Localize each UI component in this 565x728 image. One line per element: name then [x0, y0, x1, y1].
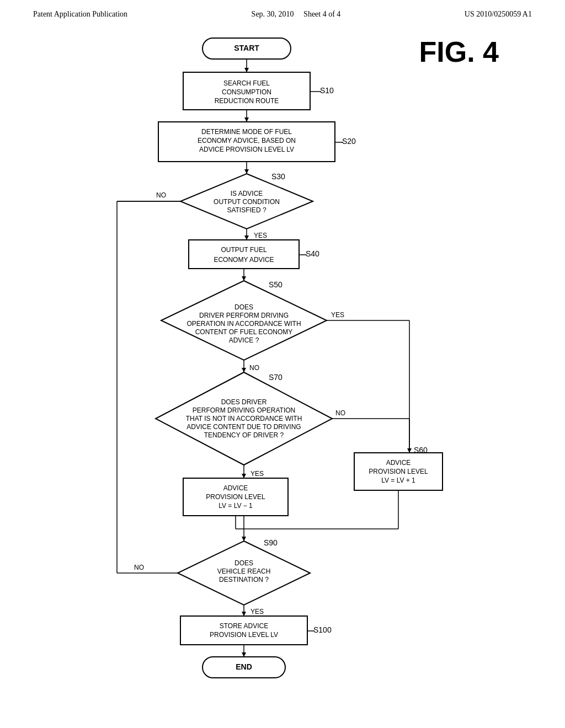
svg-marker-36 [242, 276, 246, 281]
svg-text:DESTINATION ?: DESTINATION ? [219, 576, 269, 584]
svg-text:VEHICLE REACH: VEHICLE REACH [217, 568, 271, 575]
svg-text:ADVICE: ADVICE [386, 459, 411, 467]
svg-marker-67 [407, 448, 412, 453]
svg-text:ADVICE CONTENT DUE TO DRIVING: ADVICE CONTENT DUE TO DRIVING [186, 423, 301, 431]
header-left: Patent Application Publication [33, 10, 127, 19]
header-date: Sep. 30, 2010 [252, 10, 294, 18]
svg-text:S20: S20 [342, 137, 356, 146]
svg-text:DOES DRIVER: DOES DRIVER [221, 398, 267, 406]
header-right: US 2010/0250059 A1 [465, 10, 532, 19]
header-center: Sep. 30, 2010 Sheet 4 of 4 [252, 10, 341, 19]
svg-text:S30: S30 [271, 172, 285, 181]
svg-marker-69 [242, 474, 246, 478]
svg-rect-30 [189, 240, 299, 269]
svg-text:PERFORM DRIVING OPERATION: PERFORM DRIVING OPERATION [193, 406, 295, 414]
svg-text:PROVISION LEVEL: PROVISION LEVEL [206, 493, 265, 501]
svg-text:THAT IS NOT IN ACCORDANCE WITH: THAT IS NOT IN ACCORDANCE WITH [186, 415, 302, 422]
svg-marker-101 [242, 652, 246, 657]
svg-text:DRIVER PERFORM DRIVING: DRIVER PERFORM DRIVING [199, 312, 289, 319]
svg-text:YES: YES [250, 608, 264, 615]
svg-text:PROVISION LEVEL LV: PROVISION LEVEL LV [210, 631, 278, 639]
svg-text:S70: S70 [269, 373, 282, 382]
svg-rect-95 [180, 616, 307, 645]
fig-label: FIG. 4 [419, 35, 499, 68]
svg-text:TENDENCY OF DRIVER ?: TENDENCY OF DRIVER ? [204, 431, 284, 439]
svg-text:S90: S90 [264, 538, 278, 547]
svg-text:NO: NO [249, 364, 259, 372]
svg-text:S10: S10 [320, 86, 334, 95]
svg-text:PROVISION LEVEL: PROVISION LEVEL [369, 468, 428, 475]
svg-text:LV = LV + 1: LV = LV + 1 [381, 477, 415, 484]
svg-text:NO: NO [134, 564, 144, 571]
svg-text:END: END [236, 662, 252, 671]
svg-text:CONSUMPTION: CONSUMPTION [222, 88, 271, 96]
svg-text:DOES: DOES [234, 303, 253, 311]
svg-text:ADVICE PROVISION LEVEL LV: ADVICE PROVISION LEVEL LV [199, 146, 294, 153]
svg-text:DETERMINE MODE OF FUEL: DETERMINE MODE OF FUEL [201, 128, 292, 136]
svg-text:START: START [234, 44, 259, 52]
page-header: Patent Application Publication Sep. 30, … [0, 0, 565, 24]
svg-text:ECONOMY ADVICE: ECONOMY ADVICE [214, 256, 274, 264]
svg-text:S100: S100 [313, 625, 332, 634]
svg-text:S50: S50 [269, 280, 282, 289]
svg-text:YES: YES [331, 311, 344, 319]
flowchart-container: FIG. 4 START SEARCH FUEL CONSUMPTION RED… [0, 30, 565, 705]
svg-text:OPERATION IN ACCORDANCE WITH: OPERATION IN ACCORDANCE WITH [186, 320, 301, 328]
svg-text:S40: S40 [306, 249, 319, 258]
svg-marker-28 [244, 235, 249, 240]
svg-text:STORE ADVICE: STORE ADVICE [220, 622, 268, 630]
svg-text:ADVICE ?: ADVICE ? [229, 336, 259, 344]
svg-text:DOES: DOES [234, 559, 253, 567]
svg-text:REDUCTION ROUTE: REDUCTION ROUTE [215, 97, 279, 105]
svg-text:NO: NO [156, 191, 166, 199]
svg-text:NO: NO [335, 409, 345, 417]
svg-marker-82 [242, 537, 246, 541]
svg-text:OUTPUT CONDITION: OUTPUT CONDITION [214, 198, 280, 206]
svg-text:ADVICE: ADVICE [223, 484, 248, 492]
flowchart-diagram: START SEARCH FUEL CONSUMPTION REDUCTION … [73, 33, 492, 705]
svg-text:IS ADVICE: IS ADVICE [231, 190, 263, 197]
header-sheet: Sheet 4 of 4 [303, 10, 340, 18]
svg-marker-19 [244, 169, 249, 174]
svg-text:SATISFIED ?: SATISFIED ? [227, 206, 266, 214]
svg-text:YES: YES [250, 470, 264, 478]
svg-text:SEARCH FUEL: SEARCH FUEL [223, 79, 270, 87]
svg-marker-50 [242, 368, 246, 372]
svg-marker-3 [244, 68, 249, 72]
svg-marker-93 [242, 612, 246, 616]
svg-marker-11 [244, 117, 249, 122]
svg-text:OUTPUT FUEL: OUTPUT FUEL [221, 246, 266, 254]
svg-text:ECONOMY ADVICE, BASED ON: ECONOMY ADVICE, BASED ON [198, 137, 296, 144]
svg-text:LV = LV − 1: LV = LV − 1 [218, 502, 253, 510]
svg-text:CONTENT OF FUEL ECONOMY: CONTENT OF FUEL ECONOMY [195, 328, 293, 336]
svg-text:YES: YES [254, 232, 267, 239]
